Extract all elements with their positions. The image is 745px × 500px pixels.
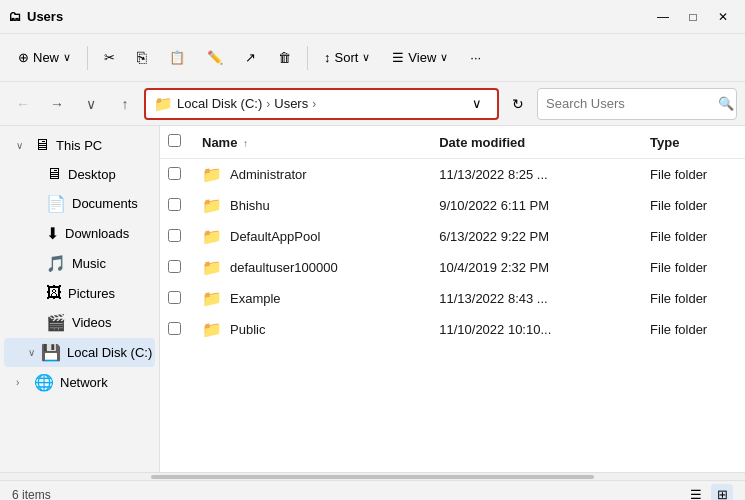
sidebar-item-label: Music <box>72 256 106 271</box>
col-header-type[interactable]: Type <box>638 126 745 159</box>
row-checkbox-cell[interactable] <box>160 159 190 191</box>
list-view-button[interactable]: ☰ <box>685 484 707 501</box>
address-crumb-2[interactable]: Users <box>274 96 308 111</box>
table-header-row: Name ↑ Date modified Type <box>160 126 745 159</box>
col-header-checkbox[interactable] <box>160 126 190 159</box>
row-name: Bhishu <box>230 198 270 213</box>
delete-button[interactable]: 🗑 <box>268 40 301 76</box>
sidebar-item-downloads[interactable]: ⬇ Downloads <box>4 219 155 248</box>
sort-icon: ↕ <box>324 50 331 65</box>
row-checkbox-cell[interactable] <box>160 221 190 252</box>
row-checkbox[interactable] <box>168 260 181 273</box>
minimize-button[interactable]: — <box>649 3 677 31</box>
table-row[interactable]: 📁 Public 11/10/2022 10:10... File folder <box>160 314 745 345</box>
sort-button[interactable]: ↕ Sort ∨ <box>314 40 380 76</box>
row-checkbox-cell[interactable] <box>160 252 190 283</box>
item-count: 6 items <box>12 488 51 501</box>
recent-locations-button[interactable]: ∨ <box>76 89 106 119</box>
maximize-button[interactable]: □ <box>679 3 707 31</box>
grid-view-button[interactable]: ⊞ <box>711 484 733 501</box>
toolbar-separator-1 <box>87 46 88 70</box>
forward-button[interactable]: → <box>42 89 72 119</box>
view-icon: ☰ <box>392 50 404 65</box>
table-row[interactable]: 📁 Administrator 11/13/2022 8:25 ... File… <box>160 159 745 191</box>
table-row[interactable]: 📁 Bhishu 9/10/2022 6:11 PM File folder <box>160 190 745 221</box>
row-checkbox-cell[interactable] <box>160 314 190 345</box>
this-pc-icon: 🖥 <box>34 136 50 154</box>
cut-button[interactable]: ✂ <box>94 40 125 76</box>
refresh-button[interactable]: ↻ <box>503 89 533 119</box>
folder-icon: 📁 <box>202 165 222 184</box>
row-name: defaultuser100000 <box>230 260 338 275</box>
folder-icon: 📁 <box>202 289 222 308</box>
row-checkbox-cell[interactable] <box>160 283 190 314</box>
new-chevron-icon: ∨ <box>63 51 71 64</box>
sidebar-item-network[interactable]: › 🌐 Network <box>4 368 155 397</box>
title-bar-icon: 🗂 <box>8 9 21 24</box>
address-bar[interactable]: 📁 Local Disk (C:) › Users › ∨ <box>144 88 499 120</box>
view-button[interactable]: ☰ View ∨ <box>382 40 458 76</box>
row-date-cell: 11/10/2022 10:10... <box>427 314 638 345</box>
videos-icon: 🎬 <box>46 313 66 332</box>
address-crumb-1[interactable]: Local Disk (C:) <box>177 96 262 111</box>
share-button[interactable]: ↗ <box>235 40 266 76</box>
more-icon: ··· <box>470 50 481 65</box>
row-checkbox[interactable] <box>168 229 181 242</box>
table-row[interactable]: 📁 defaultuser100000 10/4/2019 2:32 PM Fi… <box>160 252 745 283</box>
row-type-cell: File folder <box>638 159 745 191</box>
toolbar-separator-2 <box>307 46 308 70</box>
sidebar-item-pictures[interactable]: 🖼 Pictures <box>4 279 155 307</box>
title-bar: 🗂 Users — □ ✕ <box>0 0 745 34</box>
music-chevron <box>28 258 40 269</box>
paste-icon: 📋 <box>169 50 185 65</box>
file-table: Name ↑ Date modified Type 📁 Admin <box>160 126 745 345</box>
sidebar-item-desktop[interactable]: 🖥 Desktop <box>4 160 155 188</box>
close-button[interactable]: ✕ <box>709 3 737 31</box>
sidebar-item-music[interactable]: 🎵 Music <box>4 249 155 278</box>
address-dropdown-button[interactable]: ∨ <box>465 92 489 116</box>
back-button[interactable]: ← <box>8 89 38 119</box>
copy-button[interactable]: ⎘ <box>127 40 157 76</box>
sidebar-item-documents[interactable]: 📄 Documents <box>4 189 155 218</box>
share-icon: ↗ <box>245 50 256 65</box>
row-name: Example <box>230 291 281 306</box>
row-type-cell: File folder <box>638 221 745 252</box>
content-area: Name ↑ Date modified Type 📁 Admin <box>160 126 745 472</box>
more-button[interactable]: ··· <box>460 40 491 76</box>
search-input[interactable] <box>546 96 714 111</box>
sidebar-item-label: Desktop <box>68 167 116 182</box>
name-sort-arrow: ↑ <box>243 138 248 149</box>
sidebar-item-videos[interactable]: 🎬 Videos <box>4 308 155 337</box>
sidebar-item-this-pc[interactable]: ∨ 🖥 This PC <box>4 131 155 159</box>
paste-button[interactable]: 📋 <box>159 40 195 76</box>
col-header-name[interactable]: Name ↑ <box>190 126 427 159</box>
pictures-icon: 🖼 <box>46 284 62 302</box>
row-type-cell: File folder <box>638 190 745 221</box>
title-bar-controls: — □ ✕ <box>649 3 737 31</box>
row-checkbox[interactable] <box>168 167 181 180</box>
row-date-cell: 11/13/2022 8:43 ... <box>427 283 638 314</box>
row-checkbox[interactable] <box>168 198 181 211</box>
select-all-checkbox[interactable] <box>168 134 181 147</box>
status-bar: 6 items ☰ ⊞ <box>0 480 745 500</box>
network-icon: 🌐 <box>34 373 54 392</box>
row-checkbox-cell[interactable] <box>160 190 190 221</box>
scroll-thumb[interactable] <box>151 475 593 479</box>
network-chevron: › <box>16 377 28 388</box>
address-separator-1: › <box>266 97 270 111</box>
local-disk-icon: 💾 <box>41 343 61 362</box>
up-button[interactable]: ↑ <box>110 89 140 119</box>
search-box[interactable]: 🔍 <box>537 88 737 120</box>
row-checkbox[interactable] <box>168 291 181 304</box>
folder-icon: 📁 <box>202 196 222 215</box>
table-row[interactable]: 📁 Example 11/13/2022 8:43 ... File folde… <box>160 283 745 314</box>
folder-icon: 📁 <box>202 258 222 277</box>
col-header-date[interactable]: Date modified <box>427 126 638 159</box>
table-row[interactable]: 📁 DefaultAppPool 6/13/2022 9:22 PM File … <box>160 221 745 252</box>
new-button[interactable]: ⊕ New ∨ <box>8 40 81 76</box>
row-checkbox[interactable] <box>168 322 181 335</box>
sidebar-item-local-disk[interactable]: ∨ 💾 Local Disk (C:) <box>4 338 155 367</box>
scroll-indicator <box>0 472 745 480</box>
rename-button[interactable]: ✏️ <box>197 40 233 76</box>
sidebar-item-label: Pictures <box>68 286 115 301</box>
